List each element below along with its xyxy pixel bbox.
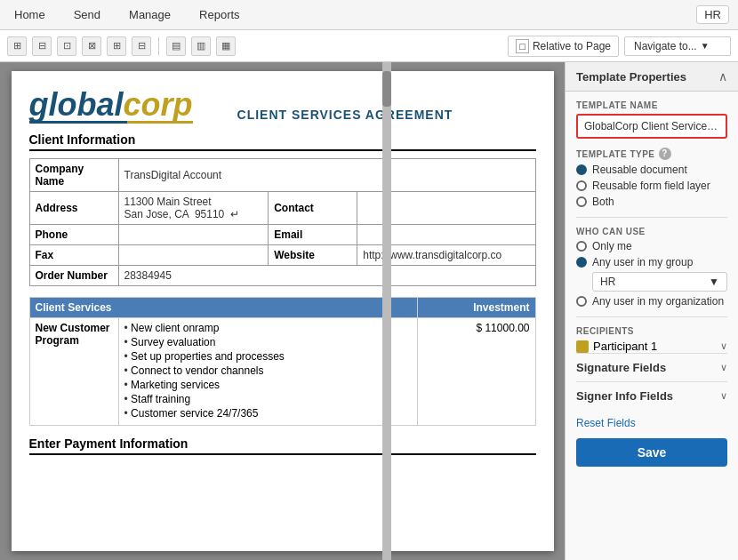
participant-chevron-icon[interactable]: ∨ xyxy=(720,340,727,352)
label-address: Address xyxy=(29,192,118,225)
list-item: Staff training xyxy=(124,393,412,405)
radio-only-me[interactable]: Only me xyxy=(576,240,727,252)
relative-page-icon: □ xyxy=(516,39,529,53)
template-type-label: TEMPLATE TYPE ? xyxy=(576,148,727,160)
collapse-icon[interactable]: ∧ xyxy=(718,69,727,84)
list-item: Connect to vendor channels xyxy=(124,364,412,377)
list-item: Customer service 24/7/365 xyxy=(124,407,412,420)
radio-dot-only-me xyxy=(576,241,587,252)
list-item: Set up properties and processes xyxy=(124,350,412,363)
toolbar-icon-5[interactable]: ⊞ xyxy=(107,36,126,56)
list-item: Survey evaluation xyxy=(124,336,412,348)
participant-row: Participant 1 xyxy=(576,340,657,353)
panel-header: Template Properties ∧ xyxy=(566,62,738,92)
recipients-row: Participant 1 ∨ xyxy=(576,340,727,353)
radio-dot-form xyxy=(576,180,587,191)
menu-reports[interactable]: Reports xyxy=(194,4,245,25)
value-company: TransDigital Account xyxy=(118,159,535,192)
radio-both[interactable]: Both xyxy=(576,196,727,208)
services-list: New client onramp Survey evaluation Set … xyxy=(124,322,412,420)
value-phone xyxy=(118,225,269,245)
label-phone: Phone xyxy=(29,225,118,245)
radio-reusable-doc[interactable]: Reusable document xyxy=(576,164,727,176)
signer-info-section[interactable]: Signer Info Fields ∨ xyxy=(576,381,727,410)
toolbar-icon-3[interactable]: ⊡ xyxy=(57,36,76,56)
recipients-label: RECIPIENTS xyxy=(576,326,727,336)
table-row: Company Name TransDigital Account xyxy=(29,159,535,192)
logo-global: global xyxy=(29,86,124,123)
value-fax xyxy=(118,245,269,266)
label-website: Website xyxy=(269,245,357,266)
save-button[interactable]: Save xyxy=(576,438,727,467)
user-menu[interactable]: HR xyxy=(696,8,729,21)
radio-label-reusable: Reusable document xyxy=(592,164,687,176)
list-item: Marketing services xyxy=(124,379,412,391)
label-fax: Fax xyxy=(29,245,118,266)
menu-send[interactable]: Send xyxy=(68,4,106,25)
scrollbar[interactable] xyxy=(382,62,391,560)
client-info-title: Client Information xyxy=(29,132,536,151)
label-company: Company Name xyxy=(29,159,118,192)
toolbar-icon-1[interactable]: ⊞ xyxy=(7,36,27,56)
radio-label-both: Both xyxy=(592,196,614,208)
radio-dot-any-org xyxy=(576,296,587,307)
services-investment-cell: Investment xyxy=(417,298,535,318)
doc-page: globalcorp CLIENT SERVICES AGREEMENT Cli… xyxy=(12,71,554,551)
label-email: Email xyxy=(269,225,357,245)
who-can-use-label: WHO CAN USE xyxy=(576,227,727,236)
signature-fields-label: Signature Fields xyxy=(576,361,666,374)
value-order: 28384945 xyxy=(118,266,535,286)
signature-fields-chevron-icon: ∨ xyxy=(720,362,727,373)
radio-form-field[interactable]: Reusable form field layer xyxy=(576,180,727,192)
services-header-row: Client Services Investment xyxy=(29,298,535,318)
radio-dot-reusable xyxy=(576,164,587,175)
label-order: Order Number xyxy=(29,266,118,286)
navigate-dropdown[interactable]: Navigate to... ▼ xyxy=(624,36,731,56)
divider-2 xyxy=(576,316,727,317)
signature-fields-section[interactable]: Signature Fields ∨ xyxy=(576,353,727,381)
service-row-label: New CustomerProgram xyxy=(29,318,118,426)
signer-info-label: Signer Info Fields xyxy=(576,389,673,403)
service-row-items: New client onramp Survey evaluation Set … xyxy=(118,318,417,426)
radio-any-org[interactable]: Any user in my organization xyxy=(576,295,727,308)
who-can-use-options: Only me Any user in my group HR ▼ Any us… xyxy=(576,240,727,308)
toolbar-icon-7[interactable]: ▤ xyxy=(166,36,186,56)
toolbar-icon-8[interactable]: ▥ xyxy=(191,36,211,56)
table-row: Address 11300 Main StreetSan Jose, CA 95… xyxy=(29,192,535,225)
panel-content: TEMPLATE NAME GlobalCorp Client Services… xyxy=(566,92,738,560)
main-area: globalcorp CLIENT SERVICES AGREEMENT Cli… xyxy=(0,62,738,560)
doc-scroll[interactable]: globalcorp CLIENT SERVICES AGREEMENT Cli… xyxy=(0,62,565,560)
radio-label-any-org: Any user in my organization xyxy=(592,295,724,308)
navigate-label: Navigate to... xyxy=(634,40,697,52)
scroll-thumb[interactable] xyxy=(382,71,391,107)
reset-link[interactable]: Reset Fields xyxy=(576,417,727,429)
relative-page-button[interactable]: □ Relative to Page xyxy=(508,36,619,57)
template-name-value[interactable]: GlobalCorp Client Services Ag xyxy=(576,114,727,139)
payment-title: Enter Payment Information xyxy=(29,436,536,455)
hr-badge[interactable]: HR xyxy=(696,5,729,24)
logo-corp: corp xyxy=(124,86,193,123)
radio-dot-both xyxy=(576,196,587,207)
toolbar-icon-4[interactable]: ⊠ xyxy=(82,36,101,56)
menu-manage[interactable]: Manage xyxy=(124,4,176,25)
navigate-chevron-icon: ▼ xyxy=(701,41,710,51)
toolbar: ⊞ ⊟ ⊡ ⊠ ⊞ ⊟ ▤ ▥ ▦ □ Relative to Page Nav… xyxy=(0,30,738,62)
template-name-label: TEMPLATE NAME xyxy=(576,100,727,110)
radio-label-form: Reusable form field layer xyxy=(592,180,710,192)
group-dropdown[interactable]: HR ▼ xyxy=(592,272,727,292)
template-type-options: Reusable document Reusable form field la… xyxy=(576,164,727,208)
menu-home[interactable]: Home xyxy=(9,4,51,25)
list-item: New client onramp xyxy=(124,322,412,334)
radio-label-any-group: Any user in my group xyxy=(592,256,693,268)
radio-any-group[interactable]: Any user in my group xyxy=(576,256,727,268)
toolbar-sep-1 xyxy=(158,37,159,55)
logo: globalcorp xyxy=(29,89,193,125)
help-icon[interactable]: ? xyxy=(659,148,671,160)
divider-1 xyxy=(576,217,727,218)
table-row: Fax Website http://www.transdigitalcorp.… xyxy=(29,245,535,266)
table-row: Order Number 28384945 xyxy=(29,266,535,286)
toolbar-icon-2[interactable]: ⊟ xyxy=(32,36,52,56)
toolbar-icon-9[interactable]: ▦ xyxy=(216,36,236,56)
toolbar-icon-6[interactable]: ⊟ xyxy=(132,36,151,56)
relative-page-label: Relative to Page xyxy=(533,40,611,52)
